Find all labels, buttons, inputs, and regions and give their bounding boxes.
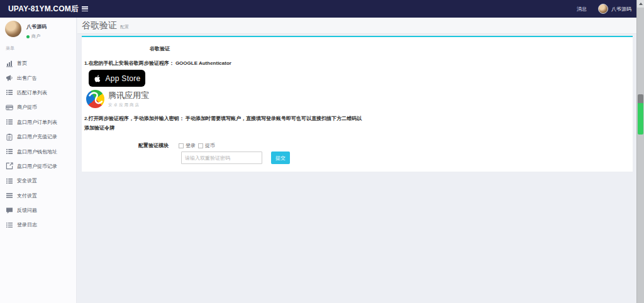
withdraw-checkbox-label: 提币 <box>205 142 215 149</box>
sidebar-item-label: 盘口用户充值记录 <box>17 133 57 140</box>
sidebar-item-4[interactable]: 商户提币 <box>0 100 76 114</box>
card-title: 谷歌验证 <box>150 45 170 52</box>
tencent-myapp-badge[interactable]: 腾讯应用宝 安卓应用商店 <box>86 90 149 108</box>
list-icon <box>6 89 13 96</box>
sidebar-item-11[interactable]: 反馈问题 <box>0 203 76 218</box>
sidebar-item-label: 首页 <box>17 60 27 67</box>
tencent-subtitle: 安卓应用商店 <box>108 102 149 108</box>
megaphone-icon <box>6 74 13 82</box>
list-icon <box>6 118 13 126</box>
scrollbar-thumb[interactable] <box>638 94 643 135</box>
clipboard-icon <box>6 133 13 141</box>
apple-icon <box>93 74 102 83</box>
app-store-badge[interactable]: App Store <box>89 70 145 87</box>
sidebar-item-label: 出售广告 <box>17 75 37 82</box>
page-subtitle: 配置 <box>120 24 129 30</box>
app-logo: UPAY-81YM.COM后 <box>8 0 79 18</box>
step2-text: 2.打开两步验证程序，手动添加并输入密钥： 手动添加时需要填写账户，直接填写登录… <box>84 114 364 133</box>
chart-icon <box>6 60 13 67</box>
tencent-myapp-icon <box>86 90 104 108</box>
double-verify-password-input[interactable] <box>181 152 262 164</box>
sidebar-item-label: 安全设置 <box>17 177 37 184</box>
appstore-label: App Store <box>105 74 140 83</box>
log-icon <box>6 221 13 229</box>
step1-text: 1.在您的手机上安装谷歌两步验证程序： GOOGLE Authenticator <box>84 60 231 67</box>
sidebar-item-8[interactable]: 盘口用户提币记录 <box>0 159 76 174</box>
sidebar-item-12[interactable]: 登录日志 <box>0 218 76 232</box>
sidebar-item-label: 盘口用户订单列表 <box>17 119 57 126</box>
topbar-right: 消息 八爷源码 <box>577 0 631 18</box>
online-status-dot <box>26 35 30 38</box>
page-header: 谷歌验证 配置 <box>77 18 636 34</box>
submit-button[interactable]: 提交 <box>271 152 290 164</box>
comment-icon <box>6 207 13 214</box>
card-icon <box>6 104 13 111</box>
sidebar-item-label: 登录日志 <box>17 221 37 228</box>
page-title: 谷歌验证 <box>82 20 117 31</box>
profile-role: 商户 <box>31 33 40 40</box>
sidebar-item-10[interactable]: 支付设置 <box>0 189 76 203</box>
avatar[interactable] <box>5 21 21 37</box>
sidebar-item-label: 匹配订单列表 <box>17 89 47 96</box>
password-row: 提交 <box>181 152 290 164</box>
sidebar-item-label: 反馈问题 <box>17 207 37 214</box>
list-icon <box>6 148 13 155</box>
menu-toggle-icon[interactable] <box>82 6 88 11</box>
google-auth-card: 谷歌验证 1.在您的手机上安装谷歌两步验证程序： GOOGLE Authenti… <box>82 36 633 172</box>
module-config-label: 配置验证模块 <box>82 142 169 149</box>
sidebar-item-label: 支付设置 <box>17 192 37 199</box>
topbar: UPAY-81YM.COM后 消息 八爷源码 <box>0 0 636 18</box>
sidebar-item-1[interactable]: 首页 <box>0 56 76 70</box>
profile-name: 八爷源码 <box>26 23 47 30</box>
main-content: 谷歌验证 配置 谷歌验证 1.在您的手机上安装谷歌两步验证程序： GOOGLE … <box>77 18 636 303</box>
sidebar-item-label: 盘口用户提币记录 <box>17 163 57 170</box>
sidebar-item-9[interactable]: 安全设置 <box>0 174 76 188</box>
sidebar-item-3[interactable]: 匹配订单列表 <box>0 85 76 100</box>
topbar-username: 八爷源码 <box>611 6 631 13</box>
sidebar-item-label: 盘口用户钱包地址 <box>17 148 57 155</box>
sidebar: 八爷源码 商户 菜单 首页出售广告匹配订单列表商户提币盘口用户订单列表盘口用户充… <box>0 18 77 303</box>
user-menu[interactable]: 八爷源码 <box>598 4 631 14</box>
menu-section-label: 菜单 <box>6 45 14 52</box>
sidebar-item-label: 商户提币 <box>17 104 37 111</box>
module-config-row: 配置验证模块 登录提币 <box>82 142 218 149</box>
login-checkbox-label: 登录 <box>186 142 196 149</box>
module-checkbox-group: 登录提币 <box>179 142 218 149</box>
avatar <box>598 4 608 14</box>
scrollbar-track[interactable] <box>636 0 644 303</box>
sidebar-item-5[interactable]: 盘口用户订单列表 <box>0 115 76 129</box>
withdraw-checkbox[interactable] <box>198 143 203 148</box>
sidebar-menu: 首页出售广告匹配订单列表商户提币盘口用户订单列表盘口用户充值记录盘口用户钱包地址… <box>0 56 76 233</box>
tencent-name: 腾讯应用宝 <box>108 90 149 101</box>
login-checkbox[interactable] <box>179 143 184 148</box>
messages-link[interactable]: 消息 <box>577 6 587 13</box>
sidebar-item-7[interactable]: 盘口用户钱包地址 <box>0 144 76 158</box>
external-link-icon <box>6 162 13 170</box>
sidebar-item-6[interactable]: 盘口用户充值记录 <box>0 129 76 144</box>
menu-icon <box>6 192 13 199</box>
profile-block: 八爷源码 商户 <box>5 21 47 40</box>
sidebar-item-2[interactable]: 出售广告 <box>0 70 76 85</box>
list-icon <box>6 177 13 185</box>
scroll-up-arrow-icon[interactable] <box>637 0 644 8</box>
